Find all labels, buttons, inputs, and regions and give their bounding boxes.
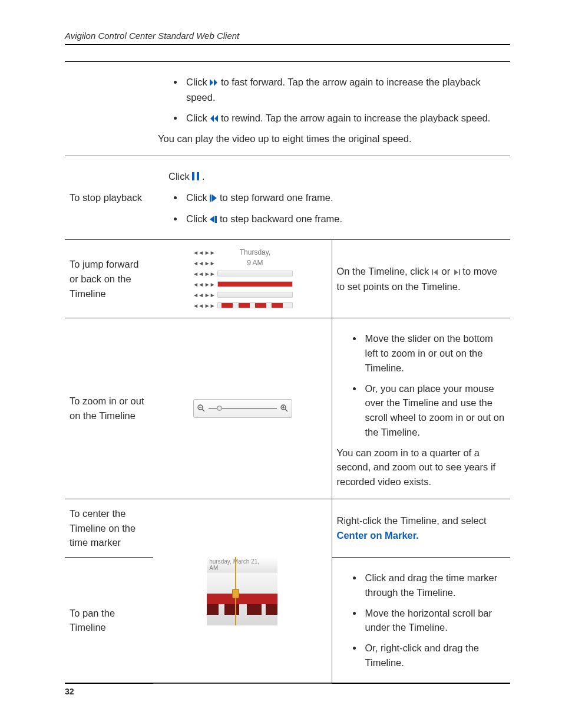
list-item: Click to rewind. Tap the arrow again to … bbox=[184, 111, 507, 126]
text: Right-click the Timeline, and select bbox=[337, 515, 487, 526]
row-description: Right-click the Timeline, and select Cen… bbox=[332, 499, 510, 557]
instructions-table: Click to fast forward. Tap the arrow aga… bbox=[65, 61, 510, 684]
svg-rect-2 bbox=[210, 195, 211, 202]
list-item: Or, right-click and drag the Timeline. bbox=[363, 641, 507, 670]
row-label: To stop playback bbox=[65, 156, 153, 240]
text: Click bbox=[186, 213, 210, 224]
menu-command-link: Center on Marker. bbox=[337, 530, 419, 541]
header-rule bbox=[65, 44, 510, 45]
time-marker-thumbnail: hursday, March 21, AM bbox=[207, 557, 277, 625]
zoom-in-icon bbox=[280, 401, 288, 416]
list-item: Move the horizontal scroll bar under the… bbox=[363, 606, 507, 635]
table-row: To stop playback Click . Click t bbox=[65, 156, 510, 240]
table-row: To center the Timeline on the time marke… bbox=[65, 499, 510, 557]
note-text: You can play the video up to eight times… bbox=[158, 131, 507, 146]
row-description: Click to fast forward. Tap the arrow aga… bbox=[153, 62, 510, 156]
row-graphic: ◄◄ ►►Thursday, ◄◄ ►►9 AM ◄◄ ►► ◄◄ ►► ◄◄ … bbox=[153, 240, 332, 318]
svg-rect-4 bbox=[432, 269, 433, 275]
step-forward-icon bbox=[210, 191, 217, 206]
text: Click bbox=[186, 77, 210, 87]
row-description: Click . Click to step forward one frame. bbox=[153, 156, 510, 240]
svg-rect-0 bbox=[192, 172, 194, 180]
footer-rule bbox=[65, 683, 510, 683]
row-label: To pan the Timeline bbox=[65, 558, 153, 684]
table-row: Click to fast forward. Tap the arrow aga… bbox=[65, 62, 510, 156]
list-item: Move the slider on the bottom left to zo… bbox=[363, 331, 507, 375]
text: to fast forward. Tap the arrow again to … bbox=[186, 77, 481, 103]
row-label bbox=[65, 62, 153, 156]
rewind-icon bbox=[210, 111, 218, 126]
zoom-slider-thumbnail bbox=[193, 399, 292, 419]
svg-rect-3 bbox=[215, 216, 217, 223]
list-item: Click and drag the time marker through t… bbox=[363, 571, 507, 600]
note-text: You can zoom in to a quarter of a second… bbox=[337, 446, 507, 489]
timeline-thumbnail: ◄◄ ►►Thursday, ◄◄ ►►9 AM ◄◄ ►► ◄◄ ►► ◄◄ … bbox=[193, 247, 293, 311]
table-row: To zoom in or out on the Timeline Move t… bbox=[65, 318, 510, 499]
jump-forward-icon bbox=[453, 265, 460, 279]
svg-line-10 bbox=[285, 409, 287, 411]
fast-forward-icon bbox=[210, 75, 218, 90]
text: . bbox=[202, 171, 205, 182]
text: or bbox=[441, 266, 452, 276]
jump-back-icon bbox=[432, 265, 439, 279]
svg-rect-5 bbox=[459, 269, 460, 275]
zoom-out-icon bbox=[197, 401, 205, 416]
list-item: Click to step backward one frame. bbox=[184, 212, 507, 227]
thumb-date: hursday, March 21, bbox=[209, 558, 259, 565]
list-item: Click to step forward one frame. bbox=[184, 190, 507, 206]
text: On the Timeline, click bbox=[337, 266, 432, 276]
row-description: On the Timeline, click or to move to set… bbox=[332, 240, 510, 318]
svg-rect-1 bbox=[197, 172, 199, 180]
running-header: Avigilon Control Center Standard Web Cli… bbox=[65, 31, 510, 44]
row-label: To jump forward or back on the Timeline bbox=[65, 240, 153, 318]
thumb-am: AM bbox=[209, 565, 218, 571]
svg-line-7 bbox=[202, 409, 204, 411]
row-label: To center the Timeline on the time marke… bbox=[65, 499, 153, 557]
text: Click bbox=[186, 113, 210, 123]
row-description: Move the slider on the bottom left to zo… bbox=[332, 318, 510, 499]
list-item: Click to fast forward. Tap the arrow aga… bbox=[184, 75, 507, 105]
text: to rewind. Tap the arrow again to increa… bbox=[221, 113, 490, 123]
text: to step forward one frame. bbox=[220, 192, 333, 203]
text: Click bbox=[168, 171, 192, 182]
pause-icon bbox=[192, 170, 199, 185]
table-row: To jump forward or back on the Timeline … bbox=[65, 240, 510, 318]
text: Click bbox=[186, 192, 210, 203]
list-item: Or, you can place your mouse over the Ti… bbox=[363, 381, 507, 440]
row-graphic bbox=[153, 318, 332, 499]
page-number: 32 bbox=[65, 687, 74, 696]
row-label: To zoom in or out on the Timeline bbox=[65, 318, 153, 499]
row-description: Click and drag the time marker through t… bbox=[332, 558, 510, 684]
step-backward-icon bbox=[210, 212, 217, 227]
text: to step backward one frame. bbox=[220, 213, 342, 224]
row-graphic: hursday, March 21, AM bbox=[153, 499, 332, 683]
